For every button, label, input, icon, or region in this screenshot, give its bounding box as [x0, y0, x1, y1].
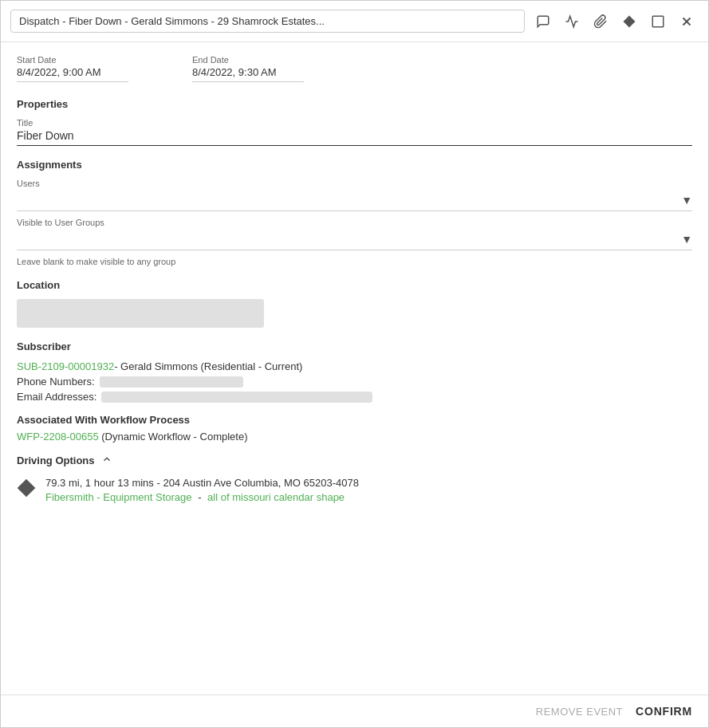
subscriber-email-line: Email Addresses: [17, 391, 692, 403]
title-field-value[interactable]: Fiber Down [17, 129, 692, 146]
groups-label: Visible to User Groups [17, 218, 692, 227]
driving-section: Driving Options 79.3 mi, 1 hour 13 mins … [17, 454, 692, 503]
comment-icon-button[interactable] [531, 10, 555, 33]
title-field-label: Title [17, 118, 692, 128]
route-distance: 79.3 mi, 1 hour 13 mins - 204 Austin Ave… [45, 477, 692, 489]
modal-footer: REMOVE EVENT CONFIRM [1, 695, 708, 727]
title-field-group: Title Fiber Down [17, 118, 692, 146]
dispatch-modal: Start Date 8/4/2022, 9:00 AM End Date 8/… [0, 0, 709, 728]
phone-label: Phone Numbers: [17, 376, 95, 388]
users-dropdown-value [17, 193, 681, 207]
close-icon [679, 14, 694, 29]
workflow-id-link[interactable]: WFP-2208-00655 [17, 431, 99, 443]
location-section: Location [17, 279, 692, 328]
remove-event-button[interactable]: REMOVE EVENT [536, 706, 623, 718]
modal-body: Start Date 8/4/2022, 9:00 AM End Date 8/… [1, 42, 708, 695]
groups-dropdown-value [17, 232, 681, 246]
location-blur-value[interactable] [17, 299, 264, 328]
end-date-label: End Date [192, 55, 304, 65]
close-icon-button[interactable] [675, 10, 699, 33]
header-icons [531, 10, 699, 33]
window-icon-button[interactable] [646, 10, 670, 33]
modal-header [1, 1, 708, 42]
users-dropdown-arrow: ▼ [681, 194, 692, 207]
chart-icon [565, 14, 579, 29]
workflow-section-title: Associated With Workflow Process [17, 414, 692, 426]
route-link-2[interactable]: all of missouri calendar shape [207, 491, 345, 503]
end-date-field: End Date 8/4/2022, 9:30 AM [192, 55, 304, 82]
assignments-section-title: Assignments [17, 159, 692, 171]
groups-dropdown-row: Visible to User Groups ▼ [17, 218, 692, 250]
subscriber-section: Subscriber SUB-2109-00001932 - Gerald Si… [17, 340, 692, 403]
driving-chevron-up-icon[interactable] [101, 454, 112, 467]
properties-section-title: Properties [17, 98, 692, 110]
subscriber-phone-line: Phone Numbers: [17, 376, 692, 388]
confirm-button[interactable]: CONFIRM [636, 705, 692, 718]
route-separator: - [198, 491, 204, 503]
start-date-value[interactable]: 8/4/2022, 9:00 AM [17, 66, 128, 82]
subscriber-section-title: Subscriber [17, 340, 692, 352]
subscriber-id-link[interactable]: SUB-2109-00001932 [17, 360, 114, 372]
start-date-field: Start Date 8/4/2022, 9:00 AM [17, 55, 128, 82]
nav-diamond-icon [622, 14, 636, 29]
users-label: Users [17, 179, 692, 188]
chart-icon-button[interactable] [560, 10, 584, 33]
svg-rect-0 [652, 16, 664, 27]
groups-dropdown[interactable]: ▼ [17, 229, 692, 250]
modal-title-input[interactable] [10, 10, 525, 33]
workflow-section: Associated With Workflow Process WFP-220… [17, 414, 692, 443]
groups-dropdown-arrow: ▼ [681, 233, 692, 246]
subscriber-name: - Gerald Simmons (Residential - Current) [114, 360, 302, 372]
users-dropdown-row: Users ▼ [17, 179, 692, 211]
groups-hint: Leave blank to make visible to any group [17, 257, 692, 266]
route-info: 79.3 mi, 1 hour 13 mins - 204 Austin Ave… [45, 477, 692, 503]
route-diamond-icon [17, 478, 36, 498]
email-blur-value [101, 392, 372, 403]
route-links: Fibersmith - Equipment Storage - all of … [45, 491, 692, 503]
driving-header: Driving Options [17, 454, 692, 467]
driving-section-title: Driving Options [17, 455, 95, 466]
email-label: Email Addresses: [17, 391, 97, 403]
date-row: Start Date 8/4/2022, 9:00 AM End Date 8/… [17, 55, 692, 82]
location-section-title: Location [17, 279, 692, 291]
diamond-icon-button[interactable] [617, 10, 641, 33]
start-date-label: Start Date [17, 55, 128, 65]
route-link-1[interactable]: Fibersmith - Equipment Storage [45, 491, 192, 503]
workflow-line: WFP-2208-00655 (Dynamic Workflow - Compl… [17, 431, 692, 443]
subscriber-id-line: SUB-2109-00001932 - Gerald Simmons (Resi… [17, 360, 692, 372]
driving-route-item: 79.3 mi, 1 hour 13 mins - 204 Austin Ave… [17, 477, 692, 503]
users-dropdown[interactable]: ▼ [17, 190, 692, 211]
attachment-icon-button[interactable] [589, 10, 612, 33]
phone-blur-value [100, 376, 243, 388]
window-icon [651, 14, 665, 29]
attachment-icon [593, 14, 608, 29]
workflow-status: (Dynamic Workflow - Complete) [101, 431, 247, 443]
end-date-value[interactable]: 8/4/2022, 9:30 AM [192, 66, 304, 82]
comment-icon [536, 14, 550, 29]
